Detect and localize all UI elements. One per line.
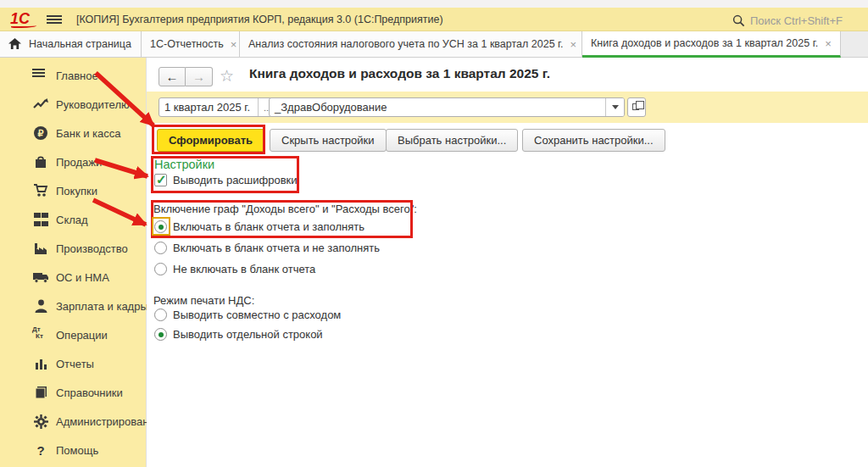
radio-include-not-fill[interactable]: Включать в бланк отчета и не заполнять bbox=[154, 242, 380, 254]
titlebar: 1С [КОПИЯ] Бухгалтерия предприятия КОРП,… bbox=[0, 8, 868, 31]
window-title: [КОПИЯ] Бухгалтерия предприятия КОРП, ре… bbox=[76, 14, 443, 25]
organization-dropdown-button[interactable] bbox=[605, 98, 624, 116]
forward-button[interactable]: → bbox=[186, 67, 213, 86]
books-icon bbox=[32, 384, 49, 401]
vat-group-label: Режим печати НДС: bbox=[153, 294, 254, 307]
cropped-edge-strip bbox=[0, 0, 868, 8]
checkbox-label: Выводить расшифровки bbox=[173, 174, 298, 186]
sidebar-item-purchases[interactable]: Покупки bbox=[0, 176, 146, 205]
organization-open-button[interactable] bbox=[627, 97, 646, 117]
report-parameters-band: 1 квартал 2025 г. ... _ЗдравОборудование bbox=[147, 92, 868, 123]
radio-unselected[interactable] bbox=[154, 263, 167, 275]
1c-logo-swoosh bbox=[11, 24, 36, 28]
radio-unselected[interactable] bbox=[154, 242, 167, 254]
choose-settings-button[interactable]: Выбрать настройки... bbox=[386, 129, 518, 152]
organization-value[interactable]: _ЗдравОборудование bbox=[270, 98, 605, 116]
tab-home[interactable]: Начальная страница bbox=[0, 31, 142, 57]
sidebar-item-directories[interactable]: Справочники bbox=[0, 378, 146, 407]
sidebar-item-manager[interactable]: Руководителю bbox=[0, 90, 146, 119]
sidebar-item-operations[interactable]: ДтКт Операции bbox=[0, 320, 146, 349]
report-title: Книга доходов и расходов за 1 квартал 20… bbox=[249, 66, 550, 81]
sidebar-item-main[interactable]: Главное bbox=[0, 61, 146, 90]
search-icon bbox=[732, 14, 745, 27]
ruble-coin-icon: ₽ bbox=[32, 125, 49, 142]
tab-label: Анализ состояния налогового учета по УСН… bbox=[248, 38, 564, 50]
bar-chart-icon bbox=[32, 355, 49, 372]
tab-label: Начальная страница bbox=[29, 38, 131, 50]
close-icon[interactable]: × bbox=[570, 39, 577, 50]
search-placeholder: Поиск Ctrl+Shift+F bbox=[750, 14, 843, 27]
back-button[interactable]: ← bbox=[159, 67, 186, 86]
period-value[interactable]: 1 квартал 2025 г. bbox=[159, 98, 258, 116]
sections-sidebar: Главное Руководителю ₽ Банк и касса Прод… bbox=[0, 58, 147, 467]
organization-combo[interactable]: _ЗдравОборудование bbox=[269, 97, 625, 117]
menu-icon bbox=[32, 67, 49, 84]
global-search[interactable]: Поиск Ctrl+Shift+F bbox=[732, 12, 843, 29]
generate-button[interactable]: Сформировать bbox=[157, 129, 264, 152]
radio-vat-with-expense[interactable]: Выводить совместно с расходом bbox=[154, 309, 341, 321]
sidebar-item-warehouse[interactable]: Склад bbox=[0, 205, 146, 234]
sidebar-item-administration[interactable]: Администрирование bbox=[0, 407, 146, 436]
boxes-icon bbox=[32, 211, 49, 228]
report-form: ← → ☆ Книга доходов и расходов за 1 квар… bbox=[147, 58, 868, 467]
sidebar-item-sales[interactable]: Продажи bbox=[0, 147, 146, 176]
1c-application-window: 1С [КОПИЯ] Бухгалтерия предприятия КОРП,… bbox=[0, 0, 868, 467]
debit-credit-icon: ДтКт bbox=[32, 326, 49, 343]
radio-selected[interactable] bbox=[154, 328, 167, 341]
1c-logo: 1С bbox=[10, 10, 41, 29]
show-details-checkbox-row[interactable]: ✓ Выводить расшифровки bbox=[154, 174, 298, 186]
shopping-cart-icon bbox=[32, 182, 49, 199]
sidebar-item-fixed-assets[interactable]: ОС и НМА bbox=[0, 263, 146, 292]
close-icon[interactable]: × bbox=[825, 38, 832, 49]
favorite-star-icon[interactable]: ☆ bbox=[220, 66, 234, 86]
chevron-down-icon bbox=[612, 105, 619, 109]
sidebar-item-payroll-hr[interactable]: Зарплата и кадры bbox=[0, 292, 146, 320]
settings-header: Настройки bbox=[154, 158, 214, 171]
period-field[interactable]: 1 квартал 2025 г. ... bbox=[159, 97, 277, 117]
radio-include-and-fill[interactable]: Включать в бланк отчета и заполнять bbox=[154, 220, 364, 233]
save-settings-button[interactable]: Сохранить настройки... bbox=[522, 129, 665, 152]
report-toolbar: Сформировать Скрыть настройки Выбрать на… bbox=[147, 123, 868, 155]
radio-not-include[interactable]: Не включать в бланк отчета bbox=[154, 263, 315, 275]
sidebar-item-help[interactable]: ? Помощь bbox=[0, 436, 146, 464]
navigation-buttons: ← → bbox=[159, 67, 213, 86]
tab-income-expense-book[interactable]: Книга доходов и расходов за 1 квартал 20… bbox=[582, 31, 841, 58]
check-icon: ✓ bbox=[156, 172, 167, 187]
columns-group-label: Включение граф "Доходы всего" и "Расходы… bbox=[153, 203, 417, 215]
sidebar-item-production[interactable]: Производство bbox=[0, 234, 146, 263]
tab-label: Книга доходов и расходов за 1 квартал 20… bbox=[591, 37, 818, 49]
radio-vat-separate-line[interactable]: Выводить отдельной строкой bbox=[154, 328, 323, 341]
truck-icon bbox=[32, 269, 49, 286]
factory-icon bbox=[32, 240, 49, 257]
tab-usn-analysis[interactable]: Анализ состояния налогового учета по УСН… bbox=[240, 31, 582, 57]
tab-1c-reporting[interactable]: 1С-Отчетность × bbox=[142, 31, 240, 57]
person-icon bbox=[32, 297, 49, 314]
hide-settings-button[interactable]: Скрыть настройки bbox=[270, 129, 387, 152]
radio-selected[interactable] bbox=[154, 220, 167, 233]
tab-label: 1С-Отчетность bbox=[150, 38, 224, 50]
radio-unselected[interactable] bbox=[154, 309, 167, 321]
sidebar-item-bank-cash[interactable]: ₽ Банк и касса bbox=[0, 119, 146, 147]
open-icon bbox=[632, 103, 639, 110]
close-icon[interactable]: × bbox=[231, 39, 237, 50]
question-icon: ? bbox=[32, 442, 49, 459]
shopping-bag-icon bbox=[32, 153, 49, 170]
sidebar-item-reports[interactable]: Отчеты bbox=[0, 349, 146, 378]
home-icon bbox=[8, 38, 21, 50]
trend-chart-icon bbox=[32, 96, 49, 113]
tab-bar: Начальная страница 1С-Отчетность × Анали… bbox=[0, 31, 868, 58]
main-menu-icon[interactable] bbox=[47, 14, 62, 25]
gear-icon bbox=[32, 413, 49, 430]
checkbox-checked[interactable]: ✓ bbox=[154, 174, 167, 186]
